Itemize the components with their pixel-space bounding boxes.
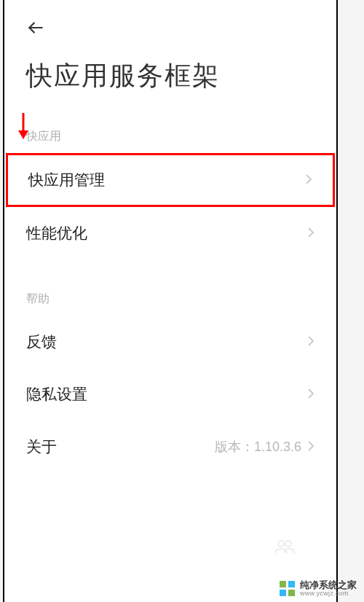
item-right [305,173,312,187]
watermark-url: www.ycwjz.com [300,590,357,598]
item-right [307,387,314,402]
chevron-right-icon [307,226,314,241]
item-label: 反馈 [26,332,57,352]
item-right: 版本：1.10.3.6 [215,438,314,456]
phone-screen: 快应用服务框架 快应用 快应用管理 性能优化 [3,0,338,602]
chevron-right-icon [307,439,314,454]
svg-marker-2 [18,130,28,139]
menu-item-quickapp-manage[interactable]: 快应用管理 [6,153,335,207]
svg-point-3 [278,541,284,547]
page-title: 快应用服务框架 [26,58,314,94]
section-help: 帮助 反馈 隐私设置 关于 版本：1.10.3.6 [4,292,336,473]
menu-item-about[interactable]: 关于 版本：1.10.3.6 [4,421,336,473]
watermark-text: 纯净系统之家 www.ycwjz.com [300,580,357,598]
item-value-version: 版本：1.10.3.6 [215,438,301,456]
item-label: 快应用管理 [28,170,105,190]
menu-item-performance[interactable]: 性能优化 [4,207,336,259]
chevron-right-icon [307,387,314,402]
item-label: 关于 [26,437,57,457]
menu-item-feedback[interactable]: 反馈 [4,316,336,368]
section-header-quickapp: 快应用 [4,129,336,153]
annotation-arrow-icon [16,112,31,143]
chevron-right-icon [307,335,314,349]
item-label: 隐私设置 [26,384,87,404]
faint-group-icon [274,537,296,560]
watermark: 纯净系统之家 www.ycwjz.com [280,580,357,598]
watermark-logo-icon [280,581,296,597]
item-label: 性能优化 [26,223,87,243]
section-header-help: 帮助 [4,292,336,316]
watermark-name: 纯净系统之家 [300,580,357,590]
item-right [307,335,314,349]
chevron-right-icon [305,173,312,187]
section-quickapp: 快应用 快应用管理 性能优化 [4,129,336,259]
svg-point-4 [285,541,291,547]
header: 快应用服务框架 [4,0,336,94]
section-header-label: 快应用 [26,130,61,142]
arrow-left-icon [26,18,45,40]
menu-item-privacy[interactable]: 隐私设置 [4,368,336,421]
item-right [307,226,314,241]
back-button[interactable] [26,17,50,41]
